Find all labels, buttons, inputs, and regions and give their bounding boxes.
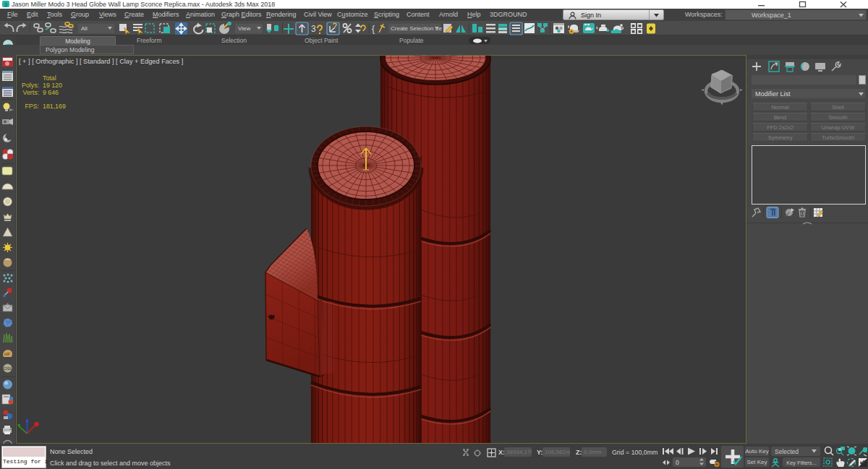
svg-text:19 120: 19 120 bbox=[43, 82, 62, 89]
svg-text:3: 3 bbox=[4, 1, 8, 8]
svg-text:Verts:: Verts: bbox=[23, 89, 40, 96]
svg-text:HF: HF bbox=[4, 352, 10, 356]
svg-text:{: { bbox=[372, 24, 375, 34]
svg-text:Polys:: Polys: bbox=[22, 82, 39, 89]
svg-text:3: 3 bbox=[311, 24, 316, 34]
svg-text:Total: Total bbox=[43, 74, 56, 82]
svg-text:181,169: 181,169 bbox=[43, 103, 66, 110]
svg-text:View: View bbox=[238, 25, 250, 32]
svg-text:Create Selection Se: Create Selection Se bbox=[391, 25, 443, 32]
svg-text:FPS:: FPS: bbox=[25, 103, 39, 110]
svg-text:OSL: OSL bbox=[4, 366, 13, 371]
svg-text:All: All bbox=[81, 25, 88, 32]
svg-text:[ + ] [ Orthographic ] [ Stand: [ + ] [ Orthographic ] [ Standard ] [ Cl… bbox=[19, 58, 183, 65]
svg-text:9 646: 9 646 bbox=[43, 89, 59, 96]
